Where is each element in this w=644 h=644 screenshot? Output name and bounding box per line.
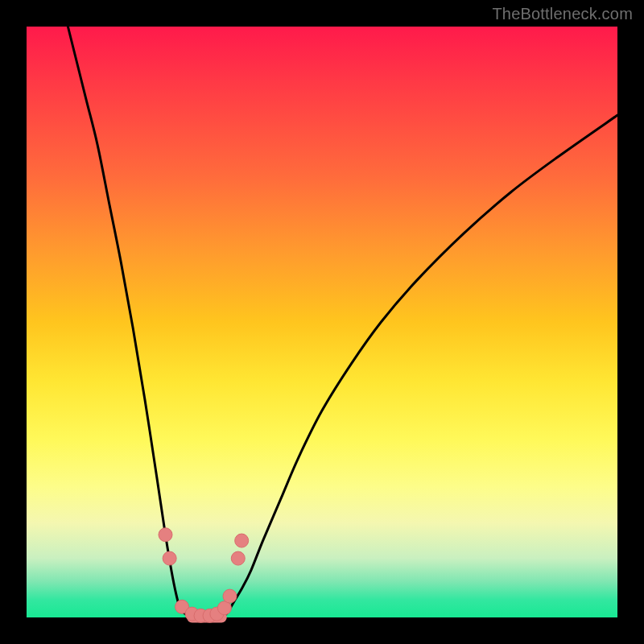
- data-marker: [231, 551, 245, 565]
- data-marker: [235, 534, 249, 547]
- curve-left-branch: [68, 27, 192, 617]
- data-marker: [159, 528, 172, 542]
- chart-frame: TheBottleneck.com: [0, 0, 644, 644]
- data-marker: [163, 551, 176, 565]
- plot-area: [27, 27, 617, 617]
- curve-right-branch: [221, 115, 617, 617]
- watermark-text: TheBottleneck.com: [492, 5, 633, 23]
- curve-layer: [27, 27, 617, 617]
- data-marker: [223, 589, 237, 603]
